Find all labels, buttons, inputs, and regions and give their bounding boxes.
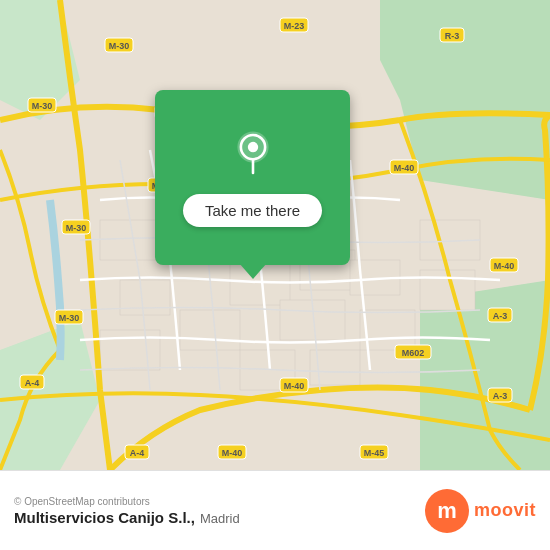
svg-text:M-23: M-23: [284, 21, 305, 31]
place-info: Multiservicios Canijo S.l., Madrid: [14, 509, 240, 526]
svg-rect-9: [120, 280, 170, 315]
svg-text:M-40: M-40: [284, 381, 305, 391]
svg-rect-10: [180, 310, 240, 350]
svg-text:M-30: M-30: [59, 313, 80, 323]
svg-text:M-30: M-30: [66, 223, 87, 233]
popup-card: Take me there: [155, 90, 350, 265]
svg-text:A-4: A-4: [25, 378, 40, 388]
svg-text:M602: M602: [402, 348, 425, 358]
svg-text:M-30: M-30: [109, 41, 130, 51]
svg-text:A-3: A-3: [493, 311, 508, 321]
location-pin-icon: [227, 128, 279, 180]
svg-text:A-3: A-3: [493, 391, 508, 401]
svg-text:M-40: M-40: [494, 261, 515, 271]
svg-text:M-30: M-30: [32, 101, 53, 111]
place-name: Multiservicios Canijo S.l.,: [14, 509, 195, 526]
svg-rect-14: [100, 330, 160, 370]
moovit-logo: m moovit: [425, 489, 536, 533]
moovit-icon: m: [425, 489, 469, 533]
map-container: M-30 M-30 M-30 M-30 M-30 M-30 M-23 R-3 M…: [0, 0, 550, 470]
bottom-bar: © OpenStreetMap contributors Multiservic…: [0, 470, 550, 550]
svg-point-60: [247, 142, 257, 152]
map-attribution: © OpenStreetMap contributors: [14, 496, 240, 507]
svg-text:M-40: M-40: [394, 163, 415, 173]
moovit-brand-name: moovit: [474, 501, 536, 521]
city-name: Madrid: [200, 511, 240, 526]
svg-text:A-4: A-4: [130, 448, 145, 458]
svg-text:R-3: R-3: [445, 31, 460, 41]
bottom-info: © OpenStreetMap contributors Multiservic…: [14, 496, 240, 526]
svg-text:M-40: M-40: [222, 448, 243, 458]
moovit-text: moovit: [474, 501, 536, 521]
take-me-there-button[interactable]: Take me there: [183, 194, 322, 227]
svg-text:M-45: M-45: [364, 448, 385, 458]
svg-rect-5: [100, 220, 160, 260]
